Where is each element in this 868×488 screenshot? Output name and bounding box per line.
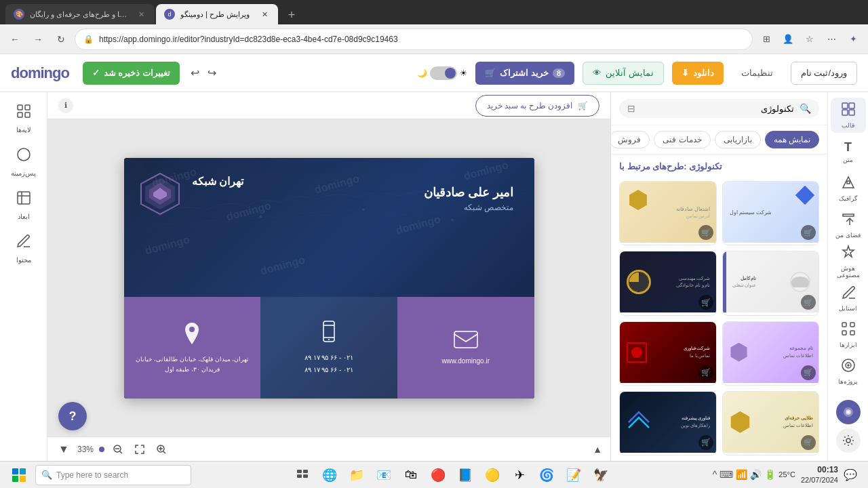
sidebar-icon-tools[interactable]: ابزارها [831, 317, 866, 352]
save-button[interactable]: ✓ تغییرات ذخیره شد [83, 62, 180, 85]
cat-tab-sales[interactable]: فروش [611, 131, 650, 148]
add-to-cart-button[interactable]: 🛒 افزودن طرح به سبد خرید [475, 95, 599, 117]
canvas-scroll[interactable]: domingo domingo domingo domingo domingo … [47, 119, 610, 436]
t6-cart-icon[interactable]: 🛒 [801, 365, 816, 380]
svg-point-21 [328, 339, 330, 340]
sidebar-icon-style[interactable]: استایل [831, 281, 866, 316]
browser-more-icon[interactable]: ⋯ [822, 30, 841, 49]
taskbar-app-edge[interactable]: 🌐 [317, 463, 342, 487]
download-button[interactable]: ⬇ دانلود [672, 62, 724, 85]
taskbar-app-bird[interactable]: 🦅 [589, 463, 613, 487]
background-tool[interactable]: پس‌زمینه [3, 141, 44, 182]
tab2-close[interactable]: ✕ [259, 9, 270, 20]
new-tab-button[interactable]: + [282, 5, 301, 24]
zoom-dropdown-button[interactable]: ▼ [56, 441, 72, 458]
browser-profile-icon[interactable]: 👤 [778, 30, 797, 49]
nav-back-button[interactable]: ← [5, 30, 24, 49]
browser-copilot-icon[interactable]: ✦ [844, 30, 863, 49]
sys-sound-icon[interactable]: 🔊 [750, 469, 762, 480]
template-card-6[interactable]: نام مجموعه اطلاعات تماس 🛒 [722, 321, 820, 386]
sys-chevron-icon[interactable]: ^ [713, 469, 717, 480]
template-card-2[interactable]: شرکت سیستم اول 🛒 [722, 181, 820, 245]
taskbar-search-box[interactable]: 🔍 Type here to search [35, 465, 191, 485]
t3-cart-icon[interactable]: 🛒 [698, 295, 713, 310]
cat-tab-show-all[interactable]: نمایش همه [765, 131, 819, 148]
taskbar-app-chrome[interactable]: 🌀 [534, 463, 559, 487]
start-button[interactable] [5, 462, 33, 489]
content-tool[interactable]: محتوا [3, 228, 44, 268]
t5-cart-icon[interactable]: 🛒 [698, 365, 713, 380]
search-input[interactable] [641, 104, 794, 114]
notification-icon[interactable]: 💬 [844, 468, 857, 481]
sys-network-icon[interactable]: 📶 [736, 469, 747, 480]
template-card-4[interactable]: نام کامل عنوان شغلی 🛒 [722, 251, 820, 315]
help-button[interactable]: ? [58, 402, 87, 430]
address-bar-container[interactable]: 🔒 https://app.domingo.ir/editor?industry… [75, 28, 753, 50]
t4-avatar-head [791, 277, 809, 287]
taskbar-app-mail[interactable]: 📧 [372, 463, 396, 487]
cart-icon-btn: 🛒 [578, 101, 588, 110]
taskbar-app-telegram[interactable]: ✈ [507, 463, 532, 487]
download-icon: ⬇ [682, 68, 689, 78]
sidebar-icon-graphic[interactable]: گرافیک [831, 171, 866, 206]
redo-button[interactable]: ↪ [205, 64, 219, 82]
nav-refresh-button[interactable]: ↻ [52, 30, 71, 49]
info-icon[interactable]: ℹ [58, 98, 73, 113]
browser-favorites-icon[interactable]: ☆ [800, 30, 819, 49]
t7-cart-icon[interactable]: 🛒 [698, 435, 713, 450]
cat-tab-marketing[interactable]: بازاریابی [715, 131, 761, 148]
taskbar-app-explorer[interactable]: 📁 [344, 463, 369, 487]
template-card-5[interactable]: شرکت فناوری تماس با ما 🛒 [619, 321, 717, 386]
browser-tab-2[interactable]: d ویرایش طرح | دومینگو ✕ [156, 4, 278, 24]
undo-button[interactable]: ↩ [188, 64, 202, 82]
t1-cart-icon[interactable]: 🛒 [698, 225, 713, 240]
sidebar-icon-projects[interactable]: پروژه‌ها [831, 354, 866, 389]
template-card-7[interactable]: فناوری پیشرفته راهکارهای نوین 🛒 [619, 391, 717, 455]
layers-tool[interactable]: لایه‌ها [3, 98, 44, 138]
t8-cart-icon[interactable]: 🛒 [801, 435, 816, 450]
taskbar-app-word[interactable]: 📝 [561, 463, 586, 487]
tab1-close[interactable]: ✕ [136, 9, 146, 20]
collapse-arrow[interactable]: ▲ [593, 444, 602, 455]
taskbar-app-yellow[interactable]: 🟡 [480, 463, 505, 487]
zoom-in-button[interactable] [153, 441, 170, 458]
svg-point-42 [848, 365, 849, 366]
t3-text: شرکت مهندسی نام و نام خانوادگی [676, 275, 711, 289]
fit-screen-button[interactable] [132, 441, 148, 458]
settings-button[interactable]: تنظیمات [732, 62, 783, 85]
sidebar-icon-template[interactable]: قالب [831, 98, 866, 133]
template-card-1[interactable]: اشتغال صادقانه آدرس تماس 🛒 [619, 181, 717, 245]
dark-mode-toggle[interactable]: 🌙 ☀ [417, 66, 467, 80]
clock-date: 22/07/2024 [801, 475, 838, 485]
browser-tab-1[interactable]: 🎨 قالب‌ها و طرح‌های حرفه‌ای و رایگان ✕ [5, 4, 155, 24]
layers-icon [16, 103, 32, 123]
nav-forward-button[interactable]: → [28, 30, 47, 49]
template-card-3[interactable]: شرکت مهندسی نام و نام خانوادگی 🛒 [619, 251, 717, 315]
sidebar-icon-ai[interactable]: هوش مصنوعی [831, 244, 866, 279]
template-thumb-4: نام کامل عنوان شغلی 🛒 [723, 251, 819, 312]
login-button[interactable]: ورود/ثبت نام [791, 62, 857, 85]
sidebar-icon-text[interactable]: T متن [831, 134, 866, 169]
layers-label: لایه‌ها [16, 126, 31, 134]
taskbar-app-taskview[interactable] [290, 463, 315, 487]
ai-fab-button[interactable] [836, 400, 861, 424]
template-thumb-2: شرکت سیستم اول 🛒 [723, 182, 819, 243]
taskbar-app-red[interactable]: 🔴 [426, 463, 450, 487]
panel-content: ⊟ 🔍 نمایش همه بازاریابی [611, 92, 827, 461]
filter-icon[interactable]: ⊟ [627, 103, 635, 114]
taskbar-app-blue[interactable]: 📘 [453, 463, 477, 487]
zoom-out-button[interactable] [110, 441, 126, 458]
time-block[interactable]: 00:13 22/07/2024 [801, 465, 838, 485]
template-card-8[interactable]: طلایی حرفه‌ای اطلاعات تماس 🛒 [722, 391, 820, 455]
taskbar-app-store[interactable]: 🛍 [399, 463, 423, 487]
subscribe-button[interactable]: 🛒 خرید اشتراک 8 [475, 62, 574, 85]
sidebar-icon-myspace[interactable]: فضای من [831, 207, 866, 243]
cat-tab-tech[interactable]: خدمات فنی [654, 131, 710, 148]
online-preview-button[interactable]: 👁 نمایش آنلاین [583, 62, 664, 85]
toggle-track[interactable] [430, 66, 457, 80]
t2-cart-icon[interactable]: 🛒 [801, 225, 816, 240]
projects-icon [841, 358, 856, 376]
browser-extensions-icon[interactable]: ⊞ [757, 30, 776, 49]
dimensions-tool[interactable]: ابعاد [3, 184, 44, 225]
panel-settings-button[interactable] [836, 428, 861, 453]
